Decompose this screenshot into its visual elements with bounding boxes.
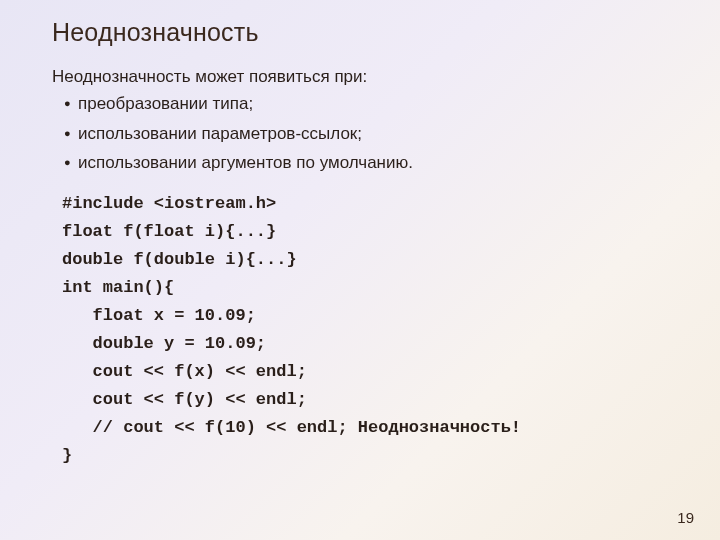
- code-line: float f(float i){...}: [62, 222, 276, 241]
- code-line: #include <iostream.h>: [62, 194, 276, 213]
- code-block: #include <iostream.h> float f(float i){.…: [62, 190, 720, 470]
- slide: Неоднозначность Неоднозначность может по…: [0, 0, 720, 540]
- code-line: // cout << f(10) << endl; Неоднозначност…: [62, 418, 521, 437]
- code-line: int main(){: [62, 278, 174, 297]
- intro-text: Неоднозначность может появиться при:: [52, 67, 720, 87]
- bullet-list: преобразовании типа; использовании парам…: [52, 91, 720, 176]
- bullet-item: преобразовании типа;: [78, 91, 720, 117]
- code-line: double f(double i){...}: [62, 250, 297, 269]
- code-line: cout << f(y) << endl;: [62, 390, 307, 409]
- slide-title: Неоднозначность: [52, 18, 720, 47]
- bullet-item: использовании аргументов по умолчанию.: [78, 150, 720, 176]
- code-line: cout << f(x) << endl;: [62, 362, 307, 381]
- code-line: float x = 10.09;: [62, 306, 256, 325]
- code-line: }: [62, 446, 72, 465]
- page-number: 19: [677, 509, 694, 526]
- bullet-item: использовании параметров-ссылок;: [78, 121, 720, 147]
- code-line: double y = 10.09;: [62, 334, 266, 353]
